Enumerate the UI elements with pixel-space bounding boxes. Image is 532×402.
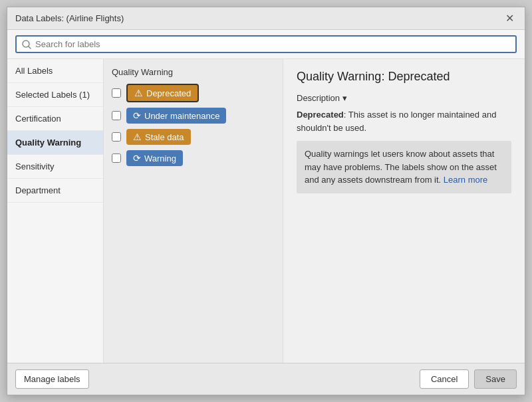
close-button[interactable]: ✕ (503, 12, 517, 25)
detail-panel: Quality Warning: Deprecated Description … (283, 59, 525, 363)
maintenance-label[interactable]: ⟳ Under maintenance (126, 108, 226, 124)
search-input[interactable] (35, 39, 510, 49)
description-toggle[interactable]: Description ▾ (297, 93, 511, 103)
footer-actions: Cancel Save (420, 369, 517, 389)
warning-label-text: Warning (144, 153, 176, 163)
sidebar-item-all-labels[interactable]: All Labels (7, 59, 103, 83)
labels-panel-title: Quality Warning (112, 67, 275, 77)
dialog-footer: Manage labels Cancel Save (7, 363, 525, 395)
learn-more-link[interactable]: Learn more (444, 175, 487, 185)
sidebar: All Labels Selected Labels (1) Certifica… (7, 59, 104, 363)
dialog-title: Data Labels: (Airline Flights) (15, 13, 124, 23)
save-button[interactable]: Save (474, 369, 517, 389)
sidebar-item-certification[interactable]: Certification (7, 107, 103, 131)
sidebar-item-selected-labels[interactable]: Selected Labels (1) (7, 83, 103, 107)
list-item: ⟳ Warning (112, 150, 275, 166)
info-box: Quality warnings let users know about as… (297, 141, 511, 193)
chevron-down-icon: ▾ (342, 93, 347, 103)
main-content: All Labels Selected Labels (1) Certifica… (7, 59, 525, 363)
maintenance-label-text: Under maintenance (144, 111, 219, 121)
warning-icon: ⟳ (133, 153, 141, 163)
search-icon (22, 40, 31, 49)
maintenance-icon: ⟳ (133, 110, 141, 121)
deprecated-checkbox[interactable] (112, 88, 121, 98)
deprecated-icon: ⚠ (134, 88, 143, 98)
list-item: ⚠ Deprecated (112, 84, 275, 102)
sidebar-item-quality-warning[interactable]: Quality Warning (7, 131, 103, 155)
dialog: Data Labels: (Airline Flights) ✕ All Lab… (7, 7, 525, 395)
labels-panel: Quality Warning ⚠ Deprecated ⟳ Under mai… (104, 59, 283, 363)
maintenance-checkbox[interactable] (112, 111, 121, 120)
svg-line-1 (29, 47, 31, 49)
detail-title: Quality Warning: Deprecated (297, 70, 511, 84)
search-bar (7, 30, 525, 59)
deprecated-label[interactable]: ⚠ Deprecated (126, 84, 199, 102)
list-item: ⟳ Under maintenance (112, 108, 275, 124)
sidebar-item-sensitivity[interactable]: Sensitivity (7, 155, 103, 179)
description-label: Description (297, 93, 340, 103)
stale-icon: ⚠ (133, 132, 142, 142)
deprecated-label-text: Deprecated (146, 88, 191, 98)
description-content: Deprecated: This asset is no longer main… (297, 108, 511, 134)
search-input-wrapper (15, 35, 517, 53)
warning-label[interactable]: ⟳ Warning (126, 150, 183, 166)
stale-label-text: Stale data (145, 132, 184, 142)
dialog-header: Data Labels: (Airline Flights) ✕ (7, 7, 525, 30)
description-bold: Deprecated (297, 110, 344, 120)
stale-label[interactable]: ⚠ Stale data (126, 129, 191, 145)
sidebar-item-department[interactable]: Department (7, 179, 103, 203)
warning-checkbox[interactable] (112, 153, 121, 163)
manage-labels-button[interactable]: Manage labels (15, 369, 89, 389)
stale-checkbox[interactable] (112, 132, 121, 142)
cancel-button[interactable]: Cancel (420, 369, 469, 389)
list-item: ⚠ Stale data (112, 129, 275, 145)
